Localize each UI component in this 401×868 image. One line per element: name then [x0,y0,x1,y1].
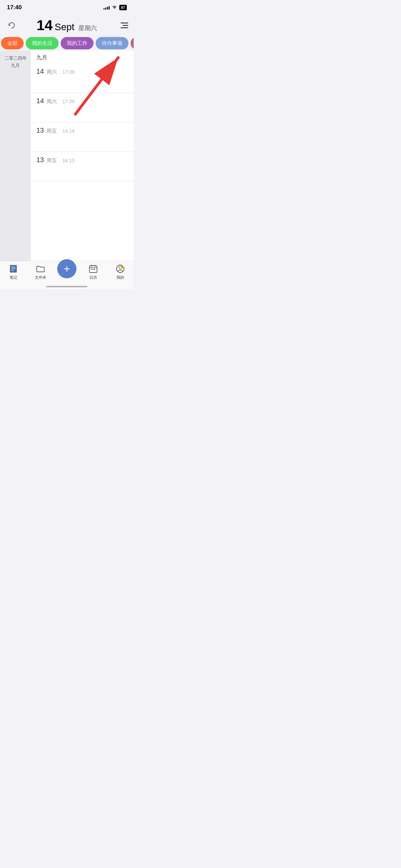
bottom-nav: 笔记 文件夹 + 日历 [0,261,134,289]
nav-calendar[interactable]: 日历 [83,264,104,280]
month-header: 九月 [31,51,134,63]
note-item[interactable]: 14 周六 17:39 [31,93,134,122]
menu-button[interactable] [116,19,128,32]
notes-icon [9,264,18,274]
folders-icon [36,264,45,274]
header-weekday: 星期六 [78,24,97,32]
sidebar-date: 二零二四年 九月 [4,55,27,69]
header: 14 Sept 星期六 [0,15,134,36]
profile-icon [116,264,125,274]
header-date: 14 Sept 星期六 [37,18,97,33]
tab-all[interactable]: 全部 [1,37,24,49]
status-bar: 17:40 97 [0,0,134,15]
menu-line-3 [121,27,128,28]
note-meta: 14 周六 17:39 [36,97,128,105]
refresh-button[interactable] [5,19,18,32]
tab-todo[interactable]: 待办事项 [96,37,129,49]
note-item[interactable]: 13 周五 14:14 [31,122,134,152]
note-meta: 13 周五 14:14 [36,126,128,134]
header-day-number: 14 [37,18,53,33]
wifi-icon [112,5,117,10]
signal-icon [104,5,110,10]
note-item[interactable]: 14 周六 17:39 [31,63,134,93]
notes-list[interactable]: 九月 14 周六 17:39 14 周六 17:39 13 周五 14:14 [31,51,134,261]
calendar-icon [88,264,98,274]
tab-work[interactable]: 我的工作 [61,37,94,49]
note-meta: 13 周五 14:13 [36,156,128,164]
nav-profile[interactable]: 我的 [110,264,131,280]
menu-line-1 [121,23,128,23]
nav-notes[interactable]: 笔记 [3,264,24,280]
main-content: 二零二四年 九月 九月 14 周六 17:39 14 周六 17:39 13 周… [0,51,134,261]
nav-folders[interactable]: 文件夹 [30,264,51,280]
nav-add-button[interactable]: + [57,259,76,278]
add-icon: + [64,263,70,274]
menu-line-2 [123,25,128,26]
nav-calendar-label: 日历 [89,275,97,280]
nav-notes-label: 笔记 [10,275,17,280]
header-month: Sept [55,22,75,33]
svg-rect-10 [91,269,93,270]
svg-rect-6 [89,266,97,273]
status-time: 17:40 [7,4,22,11]
note-meta: 14 周六 17:39 [36,68,128,75]
battery-icon: 97 [119,5,127,10]
note-item[interactable]: 13 周五 14:13 [31,152,134,181]
svg-rect-11 [94,269,95,270]
nav-profile-label: 我的 [117,275,124,280]
tab-other[interactable]: 其他 [131,37,134,49]
category-tabs: 全部 我的生活 我的工作 待办事项 其他 [0,36,134,51]
status-icons: 97 [104,5,127,10]
nav-folders-label: 文件夹 [35,275,46,280]
tab-life[interactable]: 我的生活 [26,37,59,49]
sidebar: 二零二四年 九月 [0,51,31,261]
home-indicator [46,286,87,287]
